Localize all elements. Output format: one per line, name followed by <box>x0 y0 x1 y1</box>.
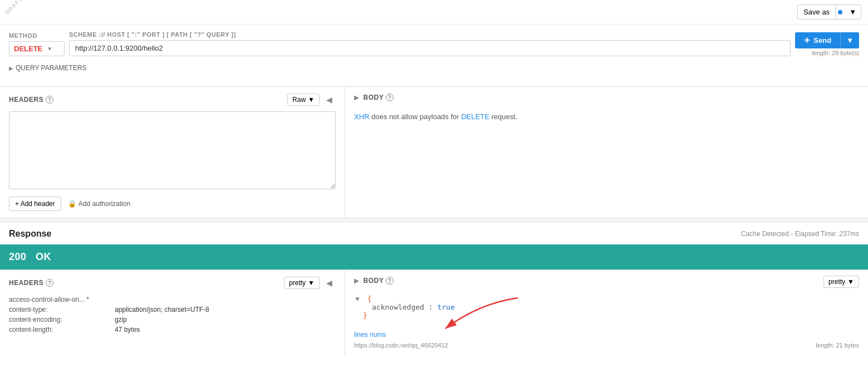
response-headers-panel-header: HEADERS ? pretty ▼ ◀ <box>9 277 336 289</box>
response-length-text: length: 21 bytes <box>816 342 859 349</box>
body-pretty-arrow: ▼ <box>847 278 854 286</box>
response-headers-panel-title: HEADERS ? <box>9 279 53 287</box>
header-key: content-type: <box>9 306 104 313</box>
table-row: access-control-allow-ori... * <box>9 295 336 305</box>
headers-panel-actions: + Add header 🔒 Add authorization <box>9 197 336 211</box>
response-footer: https://blog.csdn.net/qq_46620412 length… <box>354 341 859 350</box>
body-panel-title: ▶ BODY ? <box>354 94 394 101</box>
json-close-brace: } <box>363 311 367 320</box>
query-params-row[interactable]: ▶ QUERY PARAMETERS <box>9 61 859 75</box>
request-body-panel: ▶ BODY ? XHR does not allow payloads for… <box>345 87 868 218</box>
save-as-dropdown-arrow[interactable]: ▼ <box>845 5 861 19</box>
response-headers-table: access-control-allow-ori... * content-ty… <box>9 295 336 335</box>
url-label: SCHEME :// HOST [ ":" PORT ] [ PATH [ "?… <box>69 31 791 38</box>
pretty-label: pretty <box>289 279 306 287</box>
url-input[interactable] <box>69 40 791 56</box>
response-header-row: Response Cache Detected - Elapsed Time: … <box>9 229 859 239</box>
header-val: gzip <box>115 316 127 324</box>
response-title: Response <box>9 229 51 239</box>
json-row-1: ▼ { <box>354 295 859 303</box>
response-body-panel-header: ▶ BODY ? <box>354 277 859 285</box>
json-collapse-button[interactable]: ▼ <box>354 295 361 303</box>
json-body: ▼ { acknowledged : true } <box>354 290 859 324</box>
response-body-panel: ▶ BODY ? ▼ { acknowledged : true } lines… <box>345 270 868 356</box>
body-panel-header: ▶ BODY ? <box>354 94 859 101</box>
header-val: application/json; charset=UTF-8 <box>115 306 209 313</box>
response-headers-panel-controls: pretty ▼ ◀ <box>284 277 336 289</box>
response-headers-label: HEADERS <box>9 279 43 287</box>
headers-panel-controls: Raw ▼ ◀ <box>287 94 336 106</box>
response-headers-info-icon[interactable]: ? <box>46 279 53 287</box>
arrow-svg <box>434 292 546 337</box>
headers-panel-header: HEADERS ? Raw ▼ ◀ <box>9 94 336 106</box>
header-key: content-encoding: <box>9 316 104 324</box>
response-body-pretty-controls: pretty ▼ <box>823 276 859 288</box>
json-open-brace: { <box>367 295 372 303</box>
add-header-button[interactable]: + Add header <box>9 197 61 211</box>
response-headers-pretty-button[interactable]: pretty ▼ <box>284 277 320 289</box>
save-dot-indicator <box>838 10 842 14</box>
raw-label: Raw <box>292 96 306 104</box>
method-url-row: METHOD DELETE ▼ SCHEME :// HOST [ ":" PO… <box>9 31 859 56</box>
table-row: content-type: application/json; charset=… <box>9 305 336 315</box>
send-dropdown-arrow[interactable]: ▼ <box>841 32 859 48</box>
send-group: ✈ Send ▼ length: 28 byte(s) <box>795 32 859 56</box>
method-group: METHOD DELETE ▼ <box>9 32 65 56</box>
response-headers-collapse-button[interactable]: ◀ <box>323 277 336 288</box>
response-body-pretty-button[interactable]: pretty ▼ <box>823 276 859 288</box>
lines-nums-link[interactable]: lines nums <box>354 331 386 339</box>
headers-info-icon[interactable]: ? <box>46 96 53 104</box>
save-as-button[interactable]: Save as ▼ <box>797 4 861 19</box>
send-main: ✈ Send <box>795 32 841 48</box>
save-as-label: Save as <box>798 5 836 19</box>
url-group: SCHEME :// HOST [ ":" PORT ] [ PATH [ "?… <box>69 31 791 56</box>
response-body-label: BODY <box>364 277 384 285</box>
headers-panel-title: HEADERS ? <box>9 96 53 104</box>
body-info-icon[interactable]: ? <box>386 94 394 101</box>
status-text: OK <box>36 251 51 262</box>
header-key: content-length: <box>9 326 104 334</box>
headers-textarea[interactable] <box>9 111 336 189</box>
table-row: content-encoding: gzip <box>9 315 336 325</box>
add-authorization-button[interactable]: 🔒 Add authorization <box>68 200 130 208</box>
table-row: content-length: 47 bytes <box>9 325 336 335</box>
response-section: Response Cache Detected - Elapsed Time: … <box>0 222 868 239</box>
pretty-dropdown-arrow: ▼ <box>308 279 315 287</box>
query-params-label: QUERY PARAMETERS <box>16 64 86 72</box>
body-label: BODY <box>364 94 384 101</box>
method-select[interactable]: DELETE ▼ <box>9 41 65 56</box>
send-label: Send <box>813 36 831 45</box>
method-dropdown-arrow: ▼ <box>47 46 52 52</box>
query-params-arrow: ▶ <box>9 65 13 71</box>
xhr-link[interactable]: XHR <box>354 112 369 121</box>
response-body-expand-arrow[interactable]: ▶ <box>354 277 359 285</box>
elapsed-text: Cache Detected - Elapsed Time: 237ms <box>741 230 859 238</box>
send-button[interactable]: ✈ Send ▼ <box>795 32 859 48</box>
response-panels-row: HEADERS ? pretty ▼ ◀ access-control-allo… <box>0 270 868 356</box>
request-length-text: length: 28 byte(s) <box>812 50 859 56</box>
body-pretty-label: pretty <box>828 278 845 286</box>
headers-collapse-button[interactable]: ◀ <box>323 94 336 105</box>
header-val: 47 bytes <box>115 326 140 334</box>
add-auth-label: Add authorization <box>79 200 130 208</box>
raw-dropdown-arrow: ▼ <box>308 96 315 104</box>
add-header-label: + Add header <box>15 200 55 208</box>
lock-icon: 🔒 <box>68 200 76 208</box>
headers-label: HEADERS <box>9 96 43 104</box>
body-expand-arrow[interactable]: ▶ <box>354 94 359 101</box>
body-message-end: request. <box>491 112 517 121</box>
request-section: METHOD DELETE ▼ SCHEME :// HOST [ ":" PO… <box>0 24 868 82</box>
top-bar: Save as ▼ <box>0 0 868 24</box>
raw-button[interactable]: Raw ▼ <box>287 94 320 106</box>
method-label: METHOD <box>9 32 65 39</box>
response-headers-panel: HEADERS ? pretty ▼ ◀ access-control-allo… <box>0 270 345 356</box>
response-body-info-icon[interactable]: ? <box>386 277 394 285</box>
delete-link[interactable]: DELETE <box>461 112 489 121</box>
request-headers-panel: HEADERS ? Raw ▼ ◀ + Add header 🔒 Add aut… <box>0 87 345 218</box>
arrow-annotation <box>434 292 546 339</box>
response-body-panel-title: ▶ BODY ? <box>354 277 394 285</box>
json-key-acknowledged: acknowledged <box>372 303 424 311</box>
body-message-middle: does not allow payloads for <box>371 112 461 121</box>
send-icon: ✈ <box>804 36 810 45</box>
response-url-text: https://blog.csdn.net/qq_46620412 <box>354 342 448 349</box>
